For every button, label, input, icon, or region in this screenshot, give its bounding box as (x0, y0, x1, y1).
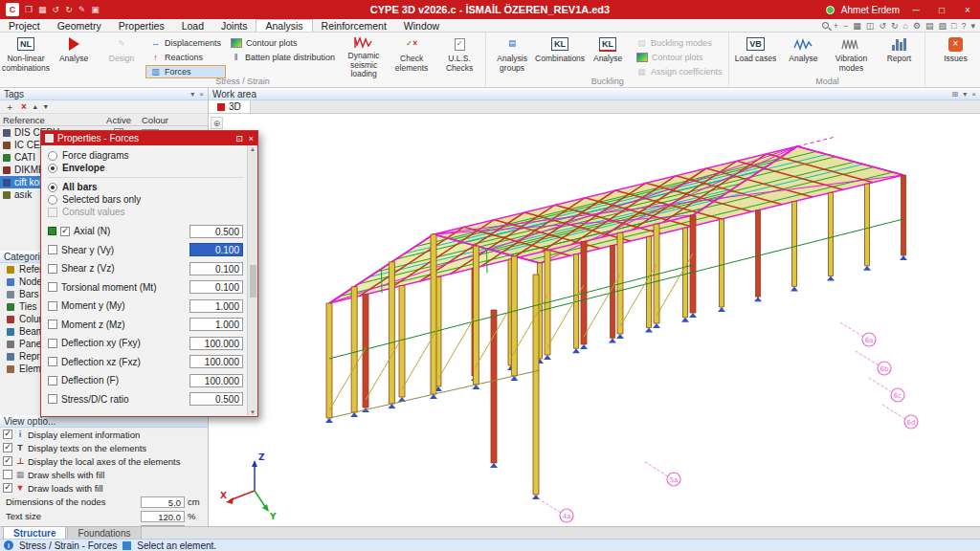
force-value-input[interactable]: 0.500 (189, 225, 243, 238)
checkbox-consult-values[interactable]: Consult values (48, 206, 243, 218)
window-icon[interactable]: □ (951, 21, 956, 31)
column-header-colour[interactable]: Colour (142, 115, 208, 125)
load-cases-button[interactable]: VB Load cases (731, 33, 779, 77)
menu-item-load[interactable]: Load (173, 19, 212, 32)
force-value-input[interactable]: 0.100 (189, 262, 243, 276)
view-option-checkbox[interactable] (3, 483, 12, 493)
dialog-scrollbar[interactable]: ▲ ▼ (247, 145, 257, 416)
menu-item-analysis[interactable]: Analysis (256, 19, 312, 32)
move-down-button[interactable]: ▾ (44, 102, 48, 111)
force-value-input[interactable]: 0.100 (189, 280, 243, 294)
settings-icon[interactable]: ⚙ (913, 21, 921, 31)
force-value-input[interactable]: 1.000 (189, 299, 243, 313)
column-header-active[interactable]: Active (96, 115, 142, 125)
force-value-input[interactable]: 100.000 (189, 355, 243, 368)
zoom-out-icon[interactable]: − (843, 21, 848, 31)
analyse-modal-button[interactable]: Analyse (779, 33, 827, 77)
minimize-button[interactable]: ─ (906, 1, 925, 18)
force-checkbox[interactable] (48, 301, 57, 311)
report-button[interactable]: Report (875, 33, 923, 77)
delete-tag-button[interactable]: × (21, 101, 27, 112)
force-checkbox[interactable] (48, 282, 57, 292)
scroll-up-icon[interactable]: ▲ (250, 146, 256, 152)
help-icon[interactable]: ? (961, 21, 966, 31)
force-checkbox[interactable] (48, 339, 57, 348)
panel-collapse-icon[interactable]: ▾ (190, 90, 194, 99)
combinations-button[interactable]: KL Combinations (536, 33, 584, 77)
layers-icon[interactable]: ▤ (925, 21, 934, 31)
pin-icon[interactable]: ▾ (970, 21, 975, 31)
menu-item-joints[interactable]: Joints (212, 19, 256, 32)
workarea-split-icon[interactable]: ⊞ (952, 90, 959, 99)
view-option-checkbox[interactable] (3, 430, 12, 439)
view-option-checkbox[interactable] (3, 456, 12, 466)
force-value-input[interactable]: 100.000 (189, 374, 243, 387)
force-value-input[interactable]: 0.500 (189, 392, 243, 406)
home-view-icon[interactable]: ⌂ (902, 21, 907, 31)
field-input[interactable]: 120.0 (141, 511, 185, 522)
batten-plate-button[interactable]: ‖ Batten plate distribution (226, 51, 340, 64)
dynamic-seismic-button[interactable]: Dynamic seismic loading (340, 33, 388, 77)
move-up-button[interactable]: ▴ (33, 102, 37, 111)
grid-icon[interactable]: ▦ (853, 21, 861, 31)
contour-plots-button[interactable]: Contour plots (226, 36, 340, 50)
print-icon[interactable]: ▣ (91, 5, 100, 14)
redo-icon[interactable]: ↻ (65, 5, 73, 14)
undo-icon[interactable]: ↺ (53, 5, 60, 14)
force-checkbox[interactable] (48, 376, 57, 386)
maximize-button[interactable]: □ (932, 1, 951, 18)
force-value-input[interactable]: 0.100 (189, 243, 243, 256)
nonlinear-combinations-button[interactable]: NL Non-linear combinations (2, 33, 50, 77)
radio-all-bars[interactable]: All bars (48, 181, 243, 193)
3d-canvas[interactable]: ⊕ ⊡ ⊞ 6a6b6c6d5a4aZXY (209, 114, 980, 526)
zoom-in-icon[interactable]: + (834, 21, 838, 31)
force-checkbox[interactable] (48, 245, 57, 254)
buckling-modes-button[interactable]: ▤ Buckling modes (632, 36, 726, 50)
scroll-down-icon[interactable]: ▼ (250, 409, 256, 415)
save-icon[interactable]: ▦ (38, 5, 47, 14)
force-colour-swatch[interactable] (48, 227, 56, 235)
displacements-button[interactable]: ↔ Displacements (145, 36, 226, 50)
radio-selected-bars-only[interactable]: Selected bars only (48, 193, 243, 206)
shade-icon[interactable]: ▧ (939, 21, 947, 31)
dialog-help-icon[interactable]: ⊡ (235, 134, 243, 143)
issues-button[interactable]: × Issues (931, 33, 979, 77)
design-button[interactable]: ✎ Design (98, 33, 145, 77)
workarea-collapse-icon[interactable]: ▾ (963, 90, 967, 99)
menu-item-window[interactable]: Window (395, 19, 448, 32)
uls-checks-button[interactable]: ✓ U.L.S. Checks (435, 33, 483, 77)
contour-plots-buckling-button[interactable]: Contour plots (632, 51, 726, 64)
view-option-checkbox[interactable] (3, 470, 12, 479)
view-option-checkbox[interactable] (3, 443, 12, 452)
dialog-titlebar[interactable]: Properties - Forces ⊡ × (41, 131, 257, 145)
scroll-thumb[interactable] (250, 265, 256, 298)
menu-item-reinforcement[interactable]: Reinforcement (313, 19, 395, 32)
analysis-groups-button[interactable]: ▤ Analysis groups (488, 33, 536, 77)
force-checkbox[interactable] (48, 320, 57, 329)
tab-3d[interactable]: 3D (209, 100, 251, 113)
force-value-input[interactable]: 1.000 (189, 318, 243, 331)
force-checkbox[interactable] (48, 264, 57, 274)
undo-icon[interactable]: ↺ (879, 21, 886, 31)
force-checkbox[interactable] (48, 357, 57, 366)
reactions-button[interactable]: ↑ Reactions (145, 51, 226, 64)
edit-icon[interactable]: ✎ (78, 5, 86, 14)
menu-item-project[interactable]: Project (0, 19, 49, 32)
open-file-icon[interactable]: ❐ (25, 5, 33, 14)
views-icon[interactable]: ◫ (866, 21, 875, 31)
bottom-tab-structure[interactable]: Structure (3, 526, 66, 539)
force-checkbox[interactable] (60, 227, 70, 236)
redo-icon[interactable]: ↻ (891, 21, 899, 31)
menu-item-geometry[interactable]: Geometry (49, 19, 110, 32)
vibration-modes-button[interactable]: Vibration modes (827, 33, 875, 77)
add-tag-button[interactable]: ＋ (5, 100, 14, 114)
bottom-tab-foundations[interactable]: Foundations (67, 526, 141, 539)
analyse-button[interactable]: Analyse (50, 33, 98, 77)
force-checkbox[interactable] (48, 394, 57, 404)
radio-envelope[interactable]: Envelope (48, 162, 243, 174)
check-elements-button[interactable]: ✓× Check elements (388, 33, 435, 77)
dialog-close-icon[interactable]: × (249, 134, 254, 143)
column-header-reference[interactable]: Reference (0, 115, 96, 125)
field-input[interactable]: 5.0 (141, 496, 185, 508)
force-value-input[interactable]: 100.000 (189, 337, 243, 350)
